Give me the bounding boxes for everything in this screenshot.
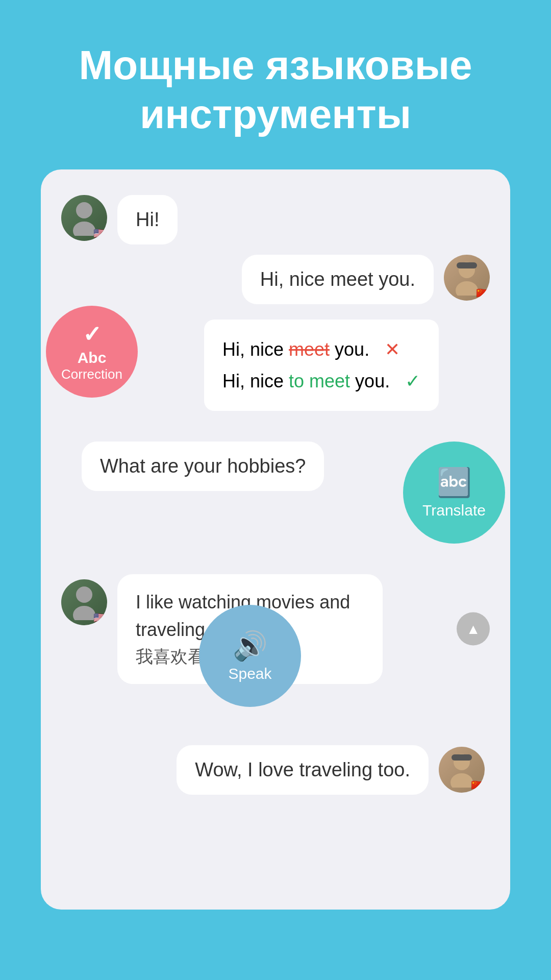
wrong-word: meet bbox=[289, 339, 330, 360]
abc-correction-feature[interactable]: ✓ Abc Correction bbox=[46, 306, 138, 398]
flag-cn-2: 🇨🇳 bbox=[469, 777, 485, 793]
svg-rect-8 bbox=[452, 754, 472, 761]
avatar-male-2: 🇺🇸 bbox=[61, 579, 107, 625]
avatar-female-1: 🇨🇳 bbox=[444, 255, 490, 301]
wrong-x-icon: ✕ bbox=[385, 339, 400, 360]
bubble-traveling: Wow, I love traveling too. bbox=[177, 745, 429, 795]
translate-feature[interactable]: 🔤 Translate bbox=[403, 442, 505, 544]
svg-point-5 bbox=[76, 586, 92, 603]
correct-check-icon: ✓ bbox=[405, 371, 420, 391]
translate-section: What are your hobbies? 🔤 Translate bbox=[61, 442, 490, 554]
abc-label: Abc bbox=[78, 349, 107, 366]
chat-container: 🇺🇸 Hi! ✓ Abc Correction 🇨🇳 Hi, nice meet… bbox=[41, 169, 510, 910]
speak-icon: 🔊 bbox=[233, 629, 268, 663]
speak-section: 🇺🇸 I like watching movies and traveling.… bbox=[61, 574, 490, 684]
check-icon: ✓ bbox=[83, 321, 102, 347]
avatar-female-2: 🇨🇳 bbox=[439, 747, 485, 793]
correction-section: ✓ Abc Correction 🇨🇳 Hi, nice meet you. H… bbox=[61, 255, 490, 421]
avatar-male-1: 🇺🇸 bbox=[61, 195, 107, 241]
correct-word: to meet bbox=[289, 371, 350, 391]
last-message-row: Wow, I love traveling too. 🇨🇳 bbox=[61, 745, 490, 795]
scroll-up-button[interactable]: ▲ bbox=[457, 612, 490, 646]
flag-cn-1: 🇨🇳 bbox=[474, 285, 490, 301]
correction-label: Correction bbox=[61, 366, 122, 382]
speak-label: Speak bbox=[228, 665, 271, 682]
bubble-nice-meet: Hi, nice meet you. bbox=[242, 255, 434, 304]
speak-content: I like watching movies and traveling. 我喜… bbox=[117, 574, 490, 684]
message-row-hi: 🇺🇸 Hi! bbox=[61, 195, 490, 244]
flag-us-2: 🇺🇸 bbox=[92, 610, 107, 625]
bubble-hi: Hi! bbox=[117, 195, 178, 244]
svg-rect-3 bbox=[457, 262, 477, 268]
message-row-nice-meet: 🇨🇳 Hi, nice meet you. bbox=[61, 255, 490, 304]
bubble-hobbies: What are your hobbies? bbox=[82, 442, 324, 491]
page-title: Мощные языковые инструменты bbox=[0, 0, 551, 169]
correction-wrong-line: Hi, nice meet you. ✕ bbox=[222, 334, 420, 365]
svg-point-0 bbox=[76, 202, 92, 218]
translate-icon: 🔤 bbox=[437, 466, 472, 499]
correction-card: Hi, nice meet you. ✕ Hi, nice to meet yo… bbox=[143, 314, 490, 421]
correction-right-line: Hi, nice to meet you. ✓ bbox=[222, 365, 420, 397]
translate-label: Translate bbox=[422, 502, 486, 519]
speak-feature[interactable]: 🔊 Speak bbox=[199, 605, 301, 707]
flag-us-1: 🇺🇸 bbox=[92, 226, 107, 241]
